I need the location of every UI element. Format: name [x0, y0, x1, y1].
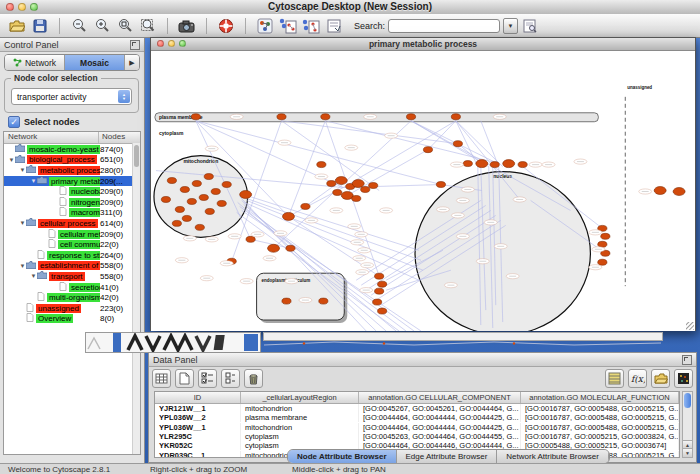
table-row[interactable]: YPL036W__1mitochondrion[GO:0044464, GO:0…	[155, 423, 679, 432]
network-edge[interactable]	[347, 150, 428, 196]
network-node[interactable]	[373, 299, 382, 305]
table-column-header[interactable]: annotation.GO CELLULAR_COMPONENT	[359, 392, 521, 403]
import-table-icon[interactable]	[605, 369, 624, 388]
advanced-search-icon[interactable]	[521, 17, 539, 35]
network-node[interactable]	[286, 245, 295, 251]
select-nodes-checkbox[interactable]: ✓	[8, 116, 20, 128]
network-node[interactable]	[222, 182, 231, 188]
float-panel-icon[interactable]	[130, 40, 140, 50]
expand-triangle-icon[interactable]: ▼	[19, 263, 26, 269]
tab-mosaic[interactable]: Mosaic	[65, 55, 125, 70]
tab-network-attribute-browser[interactable]: Network Attribute Browser	[497, 450, 608, 463]
table-scrollbar[interactable]: ▲ ▼	[682, 391, 693, 458]
network-node[interactable]	[283, 212, 295, 220]
network-node[interactable]	[182, 215, 191, 221]
network-node[interactable]	[375, 273, 384, 279]
network-edge[interactable]	[245, 202, 419, 280]
scroll-down-icon[interactable]: ▼	[683, 448, 692, 457]
network-node[interactable]	[352, 180, 364, 188]
network-node[interactable]	[240, 191, 252, 199]
tree-row[interactable]: response to stimul264(0)	[4, 250, 140, 261]
zoom-selected-icon[interactable]	[116, 17, 134, 35]
network-node[interactable]	[191, 114, 200, 120]
network-node[interactable]	[463, 161, 472, 167]
network-node[interactable]	[673, 188, 685, 196]
network-node[interactable]	[167, 178, 176, 184]
tree-row[interactable]: ▼transport558(0)	[4, 271, 140, 282]
snapshot-camera-icon[interactable]	[178, 17, 196, 35]
network-node[interactable]	[172, 220, 181, 226]
network-node[interactable]	[217, 200, 226, 206]
network-node[interactable]	[211, 189, 220, 195]
network-node[interactable]	[175, 206, 184, 212]
help-lifering-icon[interactable]	[217, 17, 235, 35]
network-node[interactable]	[369, 183, 378, 189]
color-attribute-dropdown[interactable]: transporter activity ▲▼	[11, 88, 132, 105]
network-node[interactable]	[361, 187, 370, 193]
expand-triangle-icon[interactable]: ▼	[19, 167, 26, 173]
tab-network[interactable]: Network	[5, 55, 65, 70]
network-node[interactable]	[378, 281, 387, 287]
plugin-layout-icon-2[interactable]	[302, 17, 320, 35]
save-icon[interactable]	[31, 17, 49, 35]
network-node[interactable]	[187, 198, 196, 204]
expand-triangle-icon[interactable]: ▼	[19, 220, 26, 226]
network-node[interactable]	[199, 194, 208, 200]
network-node[interactable]	[321, 114, 330, 120]
network-node[interactable]	[161, 196, 170, 202]
tree-row[interactable]: nitrogen compo209(0)	[4, 197, 140, 208]
network-node[interactable]	[246, 236, 255, 242]
network-node[interactable]	[476, 160, 488, 168]
network-node[interactable]	[204, 174, 213, 180]
tree-row[interactable]: multi-organism pro42(0)	[4, 292, 140, 303]
table-column-header[interactable]: ID	[155, 392, 241, 403]
matrix-view-icon[interactable]	[674, 369, 693, 388]
plugin-form-icon[interactable]	[325, 17, 343, 35]
network-node[interactable]	[195, 224, 204, 230]
open-file-icon[interactable]	[651, 369, 670, 388]
tree-row[interactable]: ▼cellular process614(0)	[4, 218, 140, 229]
network-edge[interactable]	[325, 121, 495, 163]
tree-row[interactable]: cellular metabol209(0)	[4, 229, 140, 240]
network-node[interactable]	[436, 182, 445, 188]
expand-triangle-icon[interactable]: ▼	[30, 273, 37, 279]
search-dropdown-icon[interactable]: ▼	[503, 18, 518, 34]
unselect-attributes-icon[interactable]	[221, 369, 240, 388]
tab-edge-attribute-browser[interactable]: Edge Attribute Browser	[397, 450, 498, 463]
network-node[interactable]	[423, 147, 432, 153]
trash-icon[interactable]	[244, 369, 263, 388]
network-node[interactable]	[317, 162, 326, 168]
network-node[interactable]	[451, 114, 460, 120]
network-node[interactable]	[282, 298, 291, 304]
network-node[interactable]	[598, 259, 607, 265]
tree-row[interactable]: ▼primary metabol209(...	[4, 176, 140, 187]
resize-grip[interactable]	[686, 322, 694, 330]
tab-overflow-arrow-icon[interactable]: ▶	[125, 55, 139, 70]
network-node[interactable]	[453, 141, 462, 147]
network-node[interactable]	[490, 162, 499, 168]
network-window-titlebar[interactable]: primary metabolic process	[151, 38, 695, 51]
network-canvas[interactable]: plasma membranecytoplasmmitochondrionnuc…	[151, 51, 695, 331]
new-attribute-icon[interactable]	[175, 369, 194, 388]
formula-builder-icon[interactable]: f(x)	[628, 369, 647, 388]
tree-row[interactable]: macromolecule311(0)	[4, 208, 140, 219]
open-icon[interactable]	[8, 17, 26, 35]
tree-scrollbar[interactable]	[132, 143, 140, 454]
zoom-fit-icon[interactable]	[139, 17, 157, 35]
network-node[interactable]	[406, 114, 415, 120]
attribute-grid-icon[interactable]	[152, 369, 171, 388]
zoom-out-icon[interactable]	[70, 17, 88, 35]
network-node[interactable]	[654, 187, 666, 195]
tree-row[interactable]: nucleobase-209(0)	[4, 186, 140, 197]
network-node[interactable]	[518, 162, 527, 168]
tree-row[interactable]: ▼biological_process651(0)	[4, 155, 140, 166]
network-node[interactable]	[333, 190, 342, 196]
network-node[interactable]	[375, 288, 384, 294]
network-node[interactable]	[378, 308, 387, 314]
select-attributes-icon[interactable]	[198, 369, 217, 388]
tab-node-attribute-browser[interactable]: Node Attribute Browser	[288, 450, 397, 463]
tree-row[interactable]: secretion41(0)	[4, 282, 140, 293]
network-node[interactable]	[598, 241, 607, 247]
network-node[interactable]	[335, 177, 347, 185]
table-row[interactable]: YJR121W__1mitochondrion[GO:0045267, GO:0…	[155, 404, 679, 413]
